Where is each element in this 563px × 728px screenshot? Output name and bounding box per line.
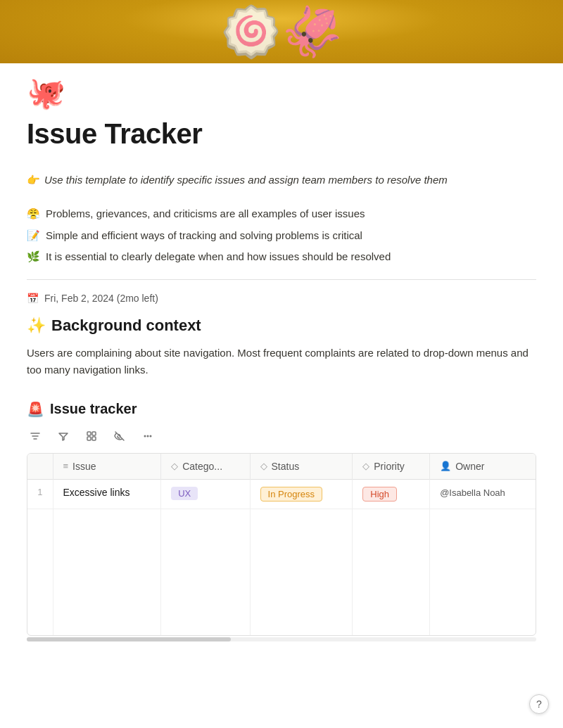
svg-rect-0 xyxy=(87,432,91,435)
priority-tag[interactable]: High xyxy=(362,487,397,502)
col-issue[interactable]: ≡ Issue xyxy=(53,454,161,480)
bullet-text-2: Simple and efficient ways of tracking an… xyxy=(46,228,362,244)
col-category-label: Catego... xyxy=(182,461,222,472)
svg-rect-2 xyxy=(87,437,91,440)
more-icon xyxy=(142,430,153,442)
bullet-text-1: Problems, grievances, and criticisms are… xyxy=(46,206,365,222)
divider xyxy=(27,279,536,280)
table-row[interactable]: 1 Excessive links UX In Progress High xyxy=(27,479,536,509)
alarm-icon: 🚨 xyxy=(27,401,44,418)
callout-text: Use this template to identify specific i… xyxy=(44,174,448,186)
row-number: 1 xyxy=(27,479,53,509)
table-row-empty xyxy=(27,509,536,635)
page-content: 🐙 Issue Tracker 👉Use this template to id… xyxy=(0,77,563,641)
header-banner: 🍥🦑 xyxy=(0,0,563,63)
tracker-heading: 🚨 Issue tracker xyxy=(27,401,536,418)
col-status-label: Status xyxy=(272,461,300,472)
owner-cell[interactable]: @Isabella Noah xyxy=(430,479,536,509)
category-cell[interactable]: UX xyxy=(161,479,250,509)
col-num xyxy=(27,454,53,480)
status-tag[interactable]: In Progress xyxy=(260,487,322,502)
col-priority-label: Priority xyxy=(374,461,405,472)
issue-table: ≡ Issue ◇ Catego... ◇ xyxy=(27,454,536,636)
col-status[interactable]: ◇ Status xyxy=(250,454,353,480)
owner-col-icon: 👤 xyxy=(440,461,451,471)
callout-box: 👉Use this template to identify specific … xyxy=(27,170,536,191)
owner-value: @Isabella Noah xyxy=(440,487,505,498)
view-button[interactable] xyxy=(83,429,100,443)
hide-button[interactable] xyxy=(111,429,128,443)
empty-priority[interactable] xyxy=(353,509,430,635)
priority-col-icon: ◇ xyxy=(362,461,369,471)
more-button[interactable] xyxy=(139,429,156,443)
issue-value: Excessive links xyxy=(63,487,130,498)
page-icon: 🐙 xyxy=(27,77,536,108)
toolbar xyxy=(27,426,536,446)
col-owner-label: Owner xyxy=(455,461,484,472)
empty-category[interactable] xyxy=(161,509,250,635)
issue-cell[interactable]: Excessive links xyxy=(53,479,161,509)
bg-context-title: Background context xyxy=(51,317,201,335)
col-category[interactable]: ◇ Catego... xyxy=(161,454,250,480)
category-tag[interactable]: UX xyxy=(171,487,198,500)
view-icon xyxy=(86,430,97,442)
sparkles-icon: ✨ xyxy=(27,317,46,335)
bullet-emoji-1: 😤 xyxy=(27,206,40,222)
hide-icon xyxy=(114,430,125,442)
col-issue-label: Issue xyxy=(72,461,96,472)
callout-emoji: 👉 xyxy=(27,174,40,186)
list-item: 😤 Problems, grievances, and criticisms a… xyxy=(27,206,536,222)
list-item: 🌿 It is essential to clearly delegate wh… xyxy=(27,249,536,265)
svg-rect-1 xyxy=(92,432,96,435)
calendar-icon: 📅 xyxy=(27,293,39,304)
empty-issue[interactable] xyxy=(53,509,161,635)
tracker-section: 🚨 Issue tracker xyxy=(27,401,536,642)
table-header-row: ≡ Issue ◇ Catego... ◇ xyxy=(27,454,536,480)
list-item: 📝 Simple and efficient ways of tracking … xyxy=(27,228,536,244)
empty-owner[interactable] xyxy=(430,509,536,635)
banner-decoration: 🍥🦑 xyxy=(0,0,563,63)
horizontal-scrollbar[interactable] xyxy=(27,637,536,641)
date-label: Fri, Feb 2, 2024 (2mo left) xyxy=(44,293,158,304)
bg-context-heading: ✨ Background context xyxy=(27,317,536,335)
svg-point-6 xyxy=(150,435,152,437)
status-col-icon: ◇ xyxy=(260,461,267,471)
banner-art: 🍥🦑 xyxy=(220,3,343,60)
scrollbar-thumb xyxy=(27,637,231,641)
page-title: Issue Tracker xyxy=(27,118,536,150)
col-owner[interactable]: 👤 Owner xyxy=(430,454,536,480)
svg-point-4 xyxy=(147,435,149,437)
sort-icon xyxy=(30,430,41,442)
filter-button[interactable] xyxy=(55,429,72,443)
priority-cell[interactable]: High xyxy=(353,479,430,509)
col-priority[interactable]: ◇ Priority xyxy=(353,454,430,480)
bullet-list: 😤 Problems, grievances, and criticisms a… xyxy=(27,206,536,265)
svg-rect-3 xyxy=(92,437,96,440)
svg-point-5 xyxy=(144,435,146,437)
date-row: 📅 Fri, Feb 2, 2024 (2mo left) xyxy=(27,293,536,304)
status-cell[interactable]: In Progress xyxy=(250,479,353,509)
sort-button[interactable] xyxy=(27,429,44,443)
filter-icon xyxy=(58,430,69,442)
empty-num xyxy=(27,509,53,635)
empty-status[interactable] xyxy=(250,509,353,635)
help-button[interactable]: ? xyxy=(529,694,549,714)
bullet-emoji-2: 📝 xyxy=(27,228,40,244)
tracker-title: Issue tracker xyxy=(50,401,137,417)
bullet-emoji-3: 🌿 xyxy=(27,249,40,265)
bullet-text-3: It is essential to clearly delegate when… xyxy=(46,249,391,265)
category-col-icon: ◇ xyxy=(171,461,178,471)
issue-col-icon: ≡ xyxy=(63,461,69,471)
issue-table-wrapper: ≡ Issue ◇ Catego... ◇ xyxy=(27,453,536,637)
bg-context-body: Users are complaining about site navigat… xyxy=(27,345,536,378)
